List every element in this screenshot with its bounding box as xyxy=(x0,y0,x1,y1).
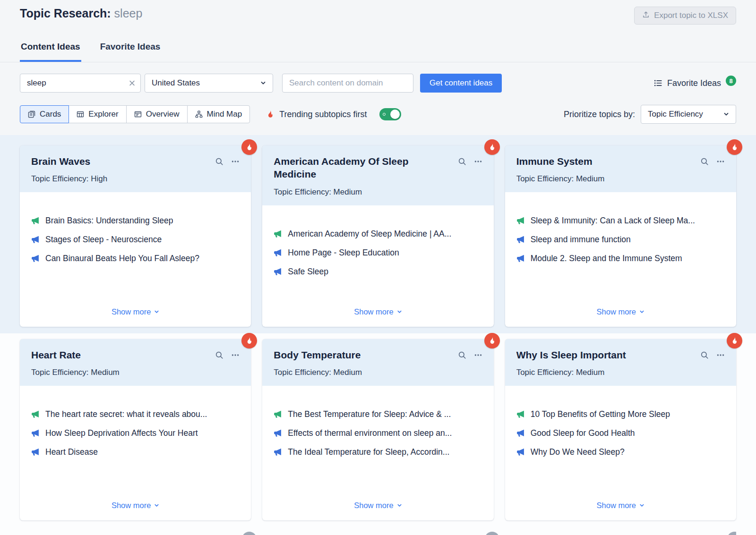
favorite-ideas-link[interactable]: Favorite Ideas 8 xyxy=(654,78,736,88)
overview-view-icon xyxy=(134,110,142,118)
megaphone-icon xyxy=(274,248,282,257)
show-more-button[interactable]: Show more xyxy=(110,498,161,513)
view-mindmap-button[interactable]: Mind Map xyxy=(187,105,250,123)
headline-item[interactable]: Sleep & Immunity: Can a Lack of Sleep Ma… xyxy=(516,216,725,226)
headline-item[interactable]: Home Page - Sleep Education xyxy=(274,248,482,258)
headline-item[interactable]: Effects of thermal environment on sleep … xyxy=(274,428,482,438)
view-explorer-button[interactable]: Explorer xyxy=(69,105,126,123)
show-more-button[interactable]: Show more xyxy=(595,498,646,513)
trending-toggle[interactable] xyxy=(379,108,401,120)
search-query-text: sleep xyxy=(114,7,143,20)
cards-band: Heart Rate Topic Efficiency: Medium The … xyxy=(0,333,756,535)
ellipsis-icon[interactable] xyxy=(474,350,482,360)
magnifier-icon[interactable] xyxy=(458,157,466,166)
favorites-count-badge: 8 xyxy=(726,76,736,86)
topic-efficiency-label: Topic Efficiency: High xyxy=(31,174,240,184)
clear-search-icon[interactable] xyxy=(128,79,136,87)
export-xlsx-button[interactable]: Export topic to XLSX xyxy=(634,7,736,25)
megaphone-icon xyxy=(274,409,282,418)
tab-content-ideas[interactable]: Content Ideas xyxy=(20,42,81,62)
view-overview-button[interactable]: Overview xyxy=(126,105,188,123)
ellipsis-icon[interactable] xyxy=(716,157,725,166)
topic-efficiency-label: Topic Efficiency: Medium xyxy=(274,187,482,197)
card-title[interactable]: Why Is Sleep Important xyxy=(516,348,626,361)
trending-fire-badge xyxy=(727,139,742,155)
magnifier-icon[interactable] xyxy=(458,350,466,360)
chevron-down-icon xyxy=(260,80,266,86)
card-title[interactable]: American Academy Of Sleep Medicine xyxy=(274,155,452,181)
magnifier-icon[interactable] xyxy=(215,157,223,166)
headline-item[interactable]: Heart Disease xyxy=(31,447,240,457)
tab-favorite-ideas[interactable]: Favorite Ideas xyxy=(99,42,162,62)
headline-list: 10 Top Benefits of Getting More Sleep Go… xyxy=(516,409,725,457)
headline-item[interactable]: American Academy of Sleep Medicine | AA.… xyxy=(274,229,482,239)
ellipsis-icon[interactable] xyxy=(474,157,482,166)
megaphone-icon xyxy=(274,428,282,437)
fire-icon xyxy=(266,110,275,119)
headline-item[interactable]: Brain Basics: Understanding Sleep xyxy=(31,216,240,226)
megaphone-icon xyxy=(516,428,524,437)
ellipsis-icon[interactable] xyxy=(231,350,240,360)
card-title[interactable]: Body Temperature xyxy=(274,348,361,361)
chevron-down-icon xyxy=(723,111,729,117)
headline-item[interactable]: Can Binaural Beats Help You Fall Asleep? xyxy=(31,254,240,263)
trending-fire-badge xyxy=(241,139,257,155)
megaphone-icon xyxy=(516,254,524,263)
page-header: Topic Research: sleep Export topic to XL… xyxy=(0,0,756,135)
magnifier-icon[interactable] xyxy=(700,157,709,166)
prioritize-control: Prioritize topics by: Topic Efficiency xyxy=(564,105,736,124)
card-title[interactable]: Brain Waves xyxy=(31,155,90,168)
topic-efficiency-label: Topic Efficiency: Medium xyxy=(516,174,725,184)
cards-view-icon xyxy=(28,110,35,118)
show-more-button[interactable]: Show more xyxy=(352,498,404,513)
chevron-down-icon xyxy=(397,503,402,508)
domain-search-input[interactable] xyxy=(282,74,413,93)
trending-fire-badge xyxy=(484,139,500,155)
chevron-down-icon xyxy=(639,503,644,508)
topic-card-why-is-sleep-important: Why Is Sleep Important Topic Efficiency:… xyxy=(505,339,736,520)
headline-item[interactable]: The Best Temperature for Sleep: Advice &… xyxy=(274,409,482,419)
get-content-ideas-button[interactable]: Get content ideas xyxy=(420,74,502,93)
headline-item[interactable]: The heart rate secret: what it reveals a… xyxy=(31,409,240,419)
mindmap-view-icon xyxy=(195,110,203,118)
show-more-button[interactable]: Show more xyxy=(595,305,646,319)
headline-item[interactable]: Stages of Sleep - Neuroscience xyxy=(31,235,240,245)
headline-item[interactable]: Safe Sleep xyxy=(274,267,482,277)
megaphone-icon xyxy=(31,216,39,225)
filter-bar: United States Get content ideas Favorite… xyxy=(0,74,756,93)
topic-efficiency-label: Topic Efficiency: Medium xyxy=(516,368,725,377)
topic-search-input[interactable] xyxy=(20,74,141,93)
view-switcher: Cards Explorer Overview Mind Map xyxy=(20,105,250,123)
chevron-down-icon xyxy=(154,309,159,314)
megaphone-icon xyxy=(31,409,39,418)
cards-grid-row-1: Brain Waves Topic Efficiency: High Brain… xyxy=(20,145,736,327)
ellipsis-icon[interactable] xyxy=(716,350,725,360)
headline-item[interactable]: Sleep and immune function xyxy=(516,235,725,245)
trending-cards-band: Brain Waves Topic Efficiency: High Brain… xyxy=(0,135,756,333)
headline-item[interactable]: Module 2. Sleep and the Immune System xyxy=(516,254,725,263)
headline-item[interactable]: The Ideal Temperature for Sleep, Accordi… xyxy=(274,447,482,457)
card-title[interactable]: Immune System xyxy=(516,155,593,168)
magnifier-icon[interactable] xyxy=(215,350,223,360)
card-title[interactable]: Heart Rate xyxy=(31,348,81,361)
headline-item[interactable]: 10 Top Benefits of Getting More Sleep xyxy=(516,409,725,419)
megaphone-icon xyxy=(516,235,524,244)
headline-item[interactable]: Good Sleep for Good Health xyxy=(516,428,725,438)
headline-item[interactable]: Why Do We Need Sleep? xyxy=(516,447,725,457)
country-select[interactable]: United States xyxy=(145,74,273,93)
show-more-button[interactable]: Show more xyxy=(110,305,161,319)
magnifier-icon[interactable] xyxy=(700,350,709,360)
trending-fire-badge xyxy=(484,333,500,348)
view-cards-button[interactable]: Cards xyxy=(20,105,69,123)
topic-card-heart-rate: Heart Rate Topic Efficiency: Medium The … xyxy=(20,339,251,520)
prioritize-label: Prioritize topics by: xyxy=(564,110,635,119)
tab-bar: Content Ideas Favorite Ideas xyxy=(0,42,756,62)
ellipsis-icon[interactable] xyxy=(231,157,240,166)
list-icon xyxy=(654,79,662,87)
prioritize-select[interactable]: Topic Efficiency xyxy=(641,105,736,124)
headline-list: Sleep & Immunity: Can a Lack of Sleep Ma… xyxy=(516,216,725,263)
megaphone-icon xyxy=(274,229,282,238)
headline-item[interactable]: How Sleep Deprivation Affects Your Heart xyxy=(31,428,240,438)
show-more-button[interactable]: Show more xyxy=(352,305,404,319)
megaphone-icon xyxy=(31,447,39,456)
